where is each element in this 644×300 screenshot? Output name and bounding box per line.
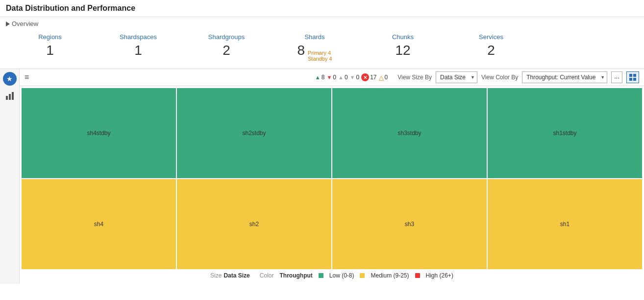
treemap-cell-sh1[interactable]: sh1 [488, 179, 642, 269]
stat-regions: Regions 1 [6, 31, 94, 64]
overview-label: Overview [12, 20, 38, 27]
legend-medium-label: Medium (9-25) [371, 272, 409, 279]
svg-rect-1 [9, 94, 11, 100]
chart-icon[interactable] [4, 91, 15, 101]
legend-low-label: Low (0-8) [329, 272, 354, 279]
cell-label-sh2: sh2 [249, 221, 259, 228]
treemap-cell-sh4stdby[interactable]: sh4stdby [22, 88, 176, 178]
stat-chunks-label: Chunks [369, 33, 437, 41]
stat-shardgroups-value: 2 [192, 44, 261, 57]
stat-shards-value: 8 [297, 44, 305, 57]
treemap-legend: Size Data Size Color Throughput Low (0-8… [22, 269, 642, 282]
badge-neutral2-count: 0 [356, 74, 359, 81]
legend-color-key: Color [260, 272, 274, 279]
treemap-cell-sh3[interactable]: sh3 [332, 179, 487, 269]
treemap-cell-sh2[interactable]: sh2 [177, 179, 331, 269]
overview-section: Overview Regions 1 Shardspaces 1 Shardgr… [0, 17, 644, 69]
page-title: Data Distribution and Performance [0, 0, 644, 17]
treemap-cell-sh3stdby[interactable]: sh3stdby [332, 88, 487, 178]
warn-icon: △ [379, 74, 384, 81]
stat-shards-label: Shards [280, 33, 349, 41]
legend-color-section: Color Throughput Low (0-8) Medium (9-25)… [260, 272, 453, 279]
legend-medium-dot [360, 273, 365, 278]
badge-neutral1: ▲ 0 [338, 74, 348, 81]
cell-label-sh3: sh3 [405, 221, 414, 228]
cell-label-sh1: sh1 [560, 221, 570, 228]
legend-size: Size Data Size [210, 272, 250, 279]
stat-shardspaces: Shardspaces 1 [94, 31, 182, 64]
svg-rect-6 [633, 78, 636, 81]
legend-high-dot [415, 273, 420, 278]
toolbar: ≡ ▲ 8 ▼ 0 ▲ 0 ▼ 0 [20, 69, 644, 86]
view-size-label: View Size By [397, 74, 432, 81]
overview-stats: Regions 1 Shardspaces 1 Shardgroups 2 Sh… [6, 31, 638, 64]
legend-size-key: Size [210, 272, 222, 279]
toolbar-controls: View Size By Data Size View Color By Thr… [397, 71, 639, 83]
stat-chunks-value: 12 [369, 44, 437, 57]
svg-rect-3 [629, 74, 632, 77]
collapse-icon[interactable] [6, 22, 10, 26]
stat-services-value: 2 [457, 44, 525, 57]
cell-label-sh4stdby: sh4stdby [87, 130, 110, 137]
stat-regions-value: 1 [16, 44, 84, 57]
badge-down: ▼ 0 [326, 74, 336, 81]
svg-rect-4 [633, 74, 636, 77]
stat-shardspaces-label: Shardspaces [104, 33, 173, 41]
badge-warn: △ 0 [379, 74, 388, 81]
badge-up-count: 8 [322, 74, 325, 81]
badge-down-count: 0 [333, 74, 336, 81]
arrow-neutral-up-icon: ▲ [338, 74, 344, 80]
toolbar-badges: ▲ 8 ▼ 0 ▲ 0 ▼ 0 ✕ 17 [315, 73, 388, 81]
right-panel: ≡ ▲ 8 ▼ 0 ▲ 0 ▼ 0 [20, 69, 644, 284]
legend-high-label: High (26+) [426, 272, 453, 279]
toolbar-left: ≡ [25, 73, 29, 82]
arrow-neutral-down-icon: ▼ [350, 74, 355, 80]
cell-label-sh1stdby: sh1stdby [553, 130, 576, 137]
star-icon[interactable]: ★ [3, 72, 17, 86]
view-color-select[interactable]: Throughput: Current Value [522, 71, 607, 83]
overview-header: Overview [6, 20, 638, 27]
view-size-select-wrap: Data Size [436, 71, 477, 83]
dots-button[interactable]: ··· [611, 71, 622, 83]
treemap-container: sh4stdby sh2stdby sh3stdby sh1stdby sh4 … [20, 86, 644, 284]
treemap-cell-sh2stdby[interactable]: sh2stdby [177, 88, 331, 178]
badge-neutral1-count: 0 [345, 74, 348, 81]
badge-error-count: 17 [370, 74, 376, 81]
badge-neutral2: ▼ 0 [350, 74, 360, 81]
view-size-select[interactable]: Data Size [436, 71, 477, 83]
cell-label-sh2stdby: sh2stdby [242, 130, 266, 137]
treemap-grid: sh4stdby sh2stdby sh3stdby sh1stdby sh4 … [22, 88, 642, 269]
badge-error: ✕ 17 [361, 73, 376, 81]
stat-regions-label: Regions [16, 33, 84, 41]
legend-size-val: Data Size [223, 272, 249, 279]
cell-label-sh3stdby: sh3stdby [397, 130, 421, 137]
stat-shardspaces-value: 1 [104, 44, 173, 57]
arrow-up-icon: ▲ [315, 74, 321, 80]
legend-low-dot [319, 273, 323, 278]
legend-color-val: Throughput [279, 272, 312, 279]
svg-rect-5 [629, 78, 632, 81]
stat-services-label: Services [457, 33, 525, 41]
treemap-cell-sh4[interactable]: sh4 [22, 179, 176, 269]
left-sidebar: ★ [0, 69, 20, 284]
cell-label-sh4: sh4 [94, 221, 103, 228]
view-color-select-wrap: Throughput: Current Value [522, 71, 607, 83]
stat-shards-sub: Primary 4 Standby 4 [308, 50, 332, 62]
stat-services: Services 2 [447, 31, 535, 64]
grid-button[interactable] [626, 71, 639, 83]
stat-chunks: Chunks 12 [359, 31, 447, 64]
hamburger-button[interactable]: ≡ [25, 73, 29, 82]
svg-rect-2 [12, 92, 14, 100]
badge-warn-count: 0 [385, 74, 388, 81]
svg-rect-0 [6, 96, 8, 100]
view-color-label: View Color By [481, 74, 518, 81]
badge-up: ▲ 8 [315, 74, 325, 81]
error-icon: ✕ [361, 73, 369, 81]
stat-shardgroups: Shardgroups 2 [182, 31, 271, 64]
stat-shardgroups-label: Shardgroups [192, 33, 261, 41]
treemap-cell-sh1stdby[interactable]: sh1stdby [488, 88, 642, 178]
arrow-down-icon: ▼ [326, 74, 332, 80]
stat-shards: Shards 8 Primary 4 Standby 4 [271, 31, 359, 64]
main-content: ★ ≡ ▲ 8 ▼ 0 [0, 69, 644, 284]
